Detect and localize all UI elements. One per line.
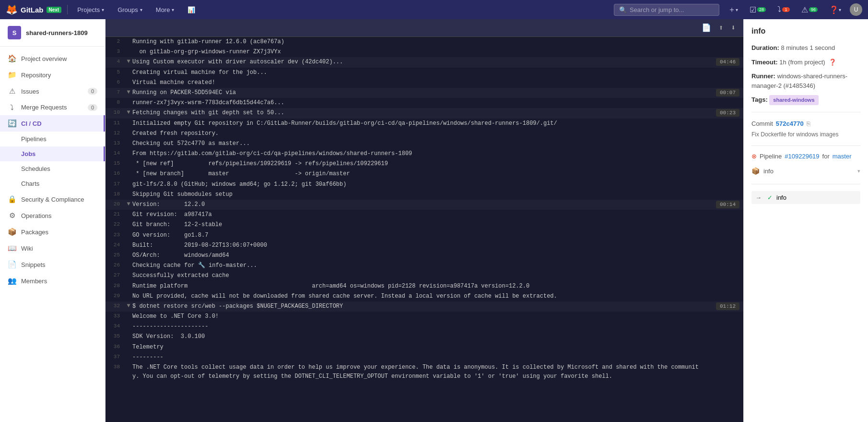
line-toggle	[125, 343, 132, 343]
info-divider	[751, 112, 860, 112]
line-content: Welcome to .NET Core 3.0!	[132, 312, 743, 321]
line-toggle[interactable]: ▼	[125, 58, 132, 65]
wiki-icon: 📖	[8, 244, 16, 253]
sidebar-item-pipelines[interactable]: Pipelines	[0, 132, 105, 146]
topnav-groups[interactable]: Groups ▾	[114, 6, 146, 13]
sidebar-item-packages[interactable]: 📦 Packages	[0, 224, 105, 240]
stage-label: info	[763, 168, 774, 175]
line-number: 36	[106, 343, 125, 350]
line-toggle	[125, 322, 132, 323]
info-tags: Tags: shared-windows	[751, 95, 860, 105]
topnav-more[interactable]: More ▾	[152, 6, 178, 13]
gitlab-wordmark: GitLab	[21, 6, 44, 14]
line-toggle	[125, 251, 132, 252]
log-line: 5 Creating virtual machine for the job..…	[106, 68, 743, 78]
merge-requests-button[interactable]: ⤵ 1	[774, 5, 793, 14]
search-icon: 🔍	[619, 6, 627, 13]
next-badge: Next	[47, 7, 62, 13]
line-toggle[interactable]: ▼	[125, 88, 132, 96]
copy-icon[interactable]: ⎘	[807, 119, 810, 129]
line-number: 22	[106, 220, 125, 227]
line-toggle	[125, 149, 132, 150]
info-stage-item[interactable]: 📦 info ▾	[751, 165, 860, 177]
sidebar-item-label: Packages	[21, 229, 48, 236]
help-button[interactable]: ❓▾	[826, 5, 844, 14]
pipeline-branch-link[interactable]: master	[833, 153, 852, 160]
line-toggle	[125, 48, 132, 48]
sidebar-item-issues[interactable]: ⚠ Issues 0	[0, 83, 105, 99]
create-button[interactable]: ＋ ▾	[725, 5, 741, 15]
line-content: The .NET Core tools collect usage data i…	[132, 363, 743, 381]
sidebar-project[interactable]: S shared-runners-1809	[0, 19, 105, 47]
sidebar-item-operations[interactable]: ⚙ Operations	[0, 207, 105, 224]
timeout-help-icon[interactable]: ❓	[829, 59, 836, 66]
issues-button[interactable]: ⚠ 96	[798, 5, 821, 14]
main-layout: S shared-runners-1809 🏠 Project overview…	[0, 19, 868, 422]
topnav-projects[interactable]: Projects ▾	[73, 6, 108, 13]
sidebar-item-wiki[interactable]: 📖 Wiki	[0, 240, 105, 256]
sidebar-item-charts[interactable]: Charts	[0, 176, 105, 191]
line-content: Git branch: 12-2-stable	[132, 220, 743, 229]
line-toggle	[125, 98, 132, 99]
sidebar-item-repository[interactable]: 📁 Repository	[0, 67, 105, 83]
home-icon: 🏠	[8, 54, 16, 63]
sidebar-item-label: Charts	[21, 180, 39, 187]
sidebar-item-label: Wiki	[21, 245, 33, 252]
line-toggle	[125, 261, 132, 262]
sidebar-item-security-compliance[interactable]: 🔒 Security & Compliance	[0, 191, 105, 207]
line-content: From https://gitlab.com/gitlab-org/ci-cd…	[132, 149, 743, 158]
line-toggle	[125, 37, 132, 38]
scroll-top-button[interactable]: ⬆	[717, 22, 726, 34]
sidebar-item-project-overview[interactable]: 🏠 Project overview	[0, 50, 105, 67]
line-number: 27	[106, 271, 125, 278]
line-content: $ dotnet restore src/web --packages $NUG…	[132, 302, 716, 311]
chevron-down-icon: ▾	[172, 7, 174, 12]
raw-log-button[interactable]: 📄	[700, 22, 713, 34]
line-duration: 00:14	[716, 201, 739, 208]
sidebar-item-merge-requests[interactable]: ⤵ Merge Requests 0	[0, 99, 105, 115]
arrow-right-icon: →	[755, 194, 762, 201]
info-timeout: Timeout: 1h (from project) ❓	[751, 58, 860, 67]
log-line: 22 Git branch: 12-2-stable	[106, 220, 743, 230]
chevron-down-icon: ▾	[839, 7, 841, 12]
topnav-activity[interactable]: 📊	[184, 6, 199, 13]
line-toggle	[125, 282, 132, 282]
chevron-down-icon: ▾	[140, 7, 142, 12]
sidebar-item-members[interactable]: 👥 Members	[0, 273, 105, 289]
sidebar-item-jobs[interactable]: Jobs	[0, 146, 105, 161]
todos-button[interactable]: ☑ 28	[747, 5, 769, 14]
log-line: 12 Created fresh repository.	[106, 129, 743, 139]
info-commit-row: Commit 572c4770 ⎘ Fix Dockerfile for win…	[751, 119, 860, 139]
line-content: OS/Arch: windows/amd64	[132, 251, 743, 260]
sidebar-item-snippets[interactable]: 📄 Snippets	[0, 256, 105, 273]
line-number: 23	[106, 231, 125, 238]
line-number: 6	[106, 78, 125, 85]
sidebar-item-schedules[interactable]: Schedules	[0, 161, 105, 176]
line-content: on gitlab-org-grp-windows-runner ZX7j3VY…	[132, 48, 743, 57]
search-input[interactable]	[630, 6, 714, 13]
stage-package-icon: 📦	[751, 167, 760, 175]
pipeline-link[interactable]: #109229619	[785, 153, 819, 160]
line-toggle[interactable]: ▼	[125, 302, 132, 309]
line-content: Running on PACKER-5DD594EC via	[132, 88, 716, 97]
search-box[interactable]: 🔍	[614, 4, 719, 16]
sidebar-item-cicd[interactable]: 🔄 CI / CD	[0, 115, 105, 132]
gitlab-logo[interactable]: 🦊 GitLab Next	[6, 4, 61, 15]
line-number: 34	[106, 322, 125, 329]
user-avatar[interactable]: U	[850, 3, 862, 16]
line-toggle[interactable]: ▼	[125, 200, 132, 207]
log-line: 8 runner-zx7j3vyx-wsrm-7783dcaf6db15d44c…	[106, 98, 743, 108]
scroll-bottom-button[interactable]: ⬇	[729, 22, 738, 34]
line-number: 32	[106, 302, 125, 309]
line-toggle[interactable]: ▼	[125, 109, 132, 116]
log-line: 21 Git revision: a987417a	[106, 210, 743, 220]
line-content: git-lfs/2.8.0 (GitHub; windows amd64; go…	[132, 180, 743, 189]
info-divider	[751, 184, 860, 184]
sidebar-item-label: Project overview	[21, 55, 67, 62]
issues-count: 0	[88, 88, 97, 95]
merge-requests-icon: ⤵	[8, 103, 16, 111]
commit-link[interactable]: 572c4770	[776, 119, 804, 129]
info-active-job[interactable]: → ✓ info	[751, 191, 860, 204]
activity-icon: 📊	[188, 6, 195, 13]
line-content: Created fresh repository.	[132, 129, 743, 138]
